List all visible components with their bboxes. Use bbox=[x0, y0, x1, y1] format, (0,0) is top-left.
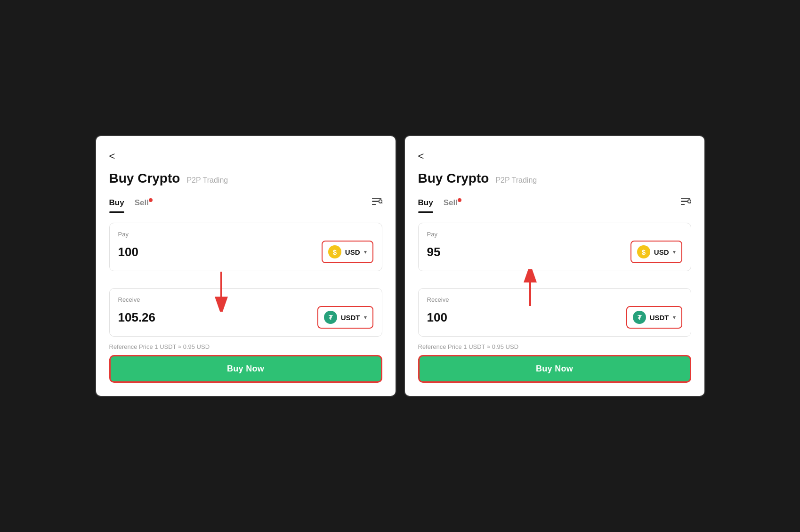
svg-rect-1 bbox=[372, 201, 379, 202]
panel-2: < Buy Crypto P2P Trading Buy Sell bbox=[404, 135, 705, 397]
receive-label-1: Receive bbox=[118, 296, 373, 303]
reference-price-2: Reference Price 1 USDT ≈ 0.95 USD bbox=[418, 343, 691, 350]
receive-card-2: Receive 100 ₮ USDT ▾ bbox=[418, 288, 691, 337]
pay-value-1: 100 bbox=[118, 245, 138, 259]
receive-card-1: Receive 105.26 ₮ USDT ▾ bbox=[109, 288, 382, 337]
tab-buy-2[interactable]: Buy bbox=[418, 198, 433, 212]
page-title-1: Buy Crypto bbox=[109, 171, 180, 186]
pay-card-1: Pay 100 $ USD ▾ bbox=[109, 223, 382, 271]
p2p-label-1: P2P Trading bbox=[186, 176, 228, 185]
usd-selector-1[interactable]: $ USD ▾ bbox=[322, 241, 373, 263]
usd-icon-2: $ bbox=[637, 245, 650, 258]
sell-notification-2 bbox=[458, 198, 461, 202]
svg-line-11 bbox=[690, 202, 691, 204]
usdt-icon-2: ₮ bbox=[633, 311, 646, 324]
buy-now-button-1[interactable]: Buy Now bbox=[109, 355, 382, 383]
usd-chevron-1: ▾ bbox=[364, 249, 367, 255]
page-title-2: Buy Crypto bbox=[418, 171, 489, 186]
usdt-selector-1[interactable]: ₮ USDT ▾ bbox=[317, 306, 373, 329]
tab-sell-2[interactable]: Sell bbox=[444, 198, 461, 212]
back-button-2[interactable]: < bbox=[418, 150, 424, 162]
usd-chevron-2: ▾ bbox=[673, 249, 676, 255]
usd-selector-2[interactable]: $ USD ▾ bbox=[630, 241, 682, 263]
receive-label-2: Receive bbox=[427, 296, 682, 303]
svg-rect-8 bbox=[681, 201, 687, 202]
usdt-chevron-1: ▾ bbox=[364, 314, 367, 321]
usd-icon-1: $ bbox=[328, 245, 341, 258]
tab-buy-1[interactable]: Buy bbox=[109, 198, 124, 212]
filter-icon-1[interactable] bbox=[371, 196, 382, 214]
svg-rect-7 bbox=[681, 198, 690, 199]
pay-label-1: Pay bbox=[118, 231, 373, 238]
tabs-row-1: Buy Sell bbox=[109, 196, 382, 214]
svg-rect-2 bbox=[372, 204, 376, 205]
receive-value-2: 100 bbox=[427, 310, 447, 325]
svg-rect-9 bbox=[681, 204, 685, 205]
usdt-chevron-2: ▾ bbox=[673, 314, 676, 321]
usdt-icon-1: ₮ bbox=[324, 311, 337, 324]
svg-rect-0 bbox=[372, 198, 381, 199]
sell-notification-1 bbox=[149, 198, 153, 202]
pay-value-2: 95 bbox=[427, 245, 441, 259]
back-button-1[interactable]: < bbox=[109, 150, 115, 162]
panel-1: < Buy Crypto P2P Trading Buy Sell bbox=[95, 135, 396, 397]
pay-label-2: Pay bbox=[427, 231, 682, 238]
usdt-selector-2[interactable]: ₮ USDT ▾ bbox=[626, 306, 682, 329]
pay-card-2: Pay 95 $ USD ▾ bbox=[418, 223, 691, 271]
p2p-label-2: P2P Trading bbox=[495, 176, 537, 185]
filter-icon-2[interactable] bbox=[680, 196, 691, 214]
receive-value-1: 105.26 bbox=[118, 310, 156, 325]
tab-sell-1[interactable]: Sell bbox=[135, 198, 153, 212]
reference-price-1: Reference Price 1 USDT ≈ 0.95 USD bbox=[109, 343, 382, 350]
svg-line-4 bbox=[381, 202, 382, 204]
tabs-row-2: Buy Sell bbox=[418, 196, 691, 214]
buy-now-button-2[interactable]: Buy Now bbox=[418, 355, 691, 383]
